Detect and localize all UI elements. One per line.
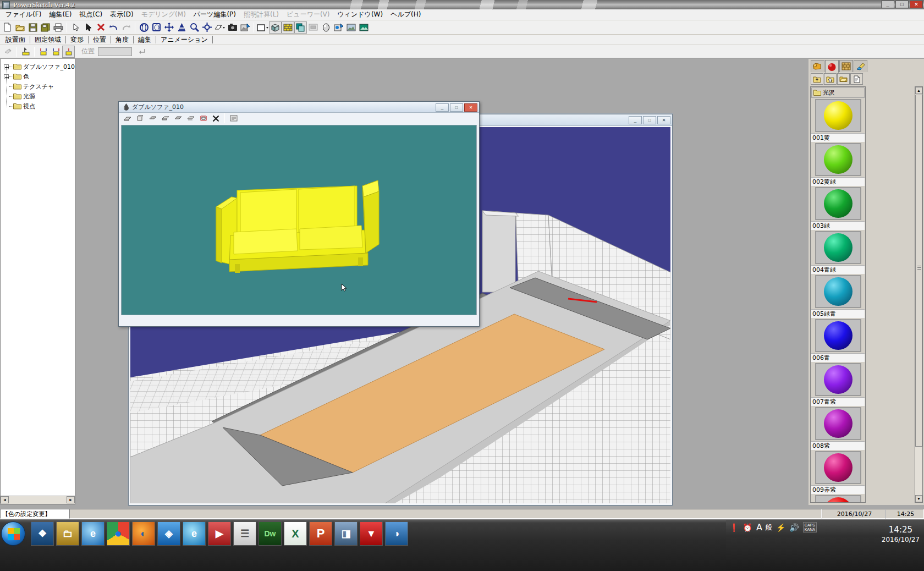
print-icon[interactable]	[52, 21, 64, 34]
tab-fixed-region[interactable]: 固定領域	[31, 35, 64, 45]
alert-icon[interactable]: ❗	[729, 523, 739, 532]
material-swatch-003[interactable]: 003緑	[811, 187, 865, 230]
delete-x-icon[interactable]	[95, 21, 107, 34]
tab-position[interactable]: 位置	[90, 35, 109, 45]
layers-icon[interactable]	[294, 21, 307, 34]
preview-image-icon[interactable]	[358, 21, 370, 34]
caps-kana-indicator[interactable]: CAPS KANA	[803, 522, 817, 532]
menu-parts-edit[interactable]: パーツ編集(P)	[190, 9, 240, 20]
scroll-left-icon[interactable]: ◄	[1, 496, 9, 503]
library-tab-parts[interactable]	[811, 60, 824, 72]
menu-window[interactable]: ウィンドウ(W)	[333, 9, 387, 20]
pick-arrow-icon[interactable]	[82, 21, 95, 34]
align-x-icon[interactable]	[37, 46, 50, 58]
properties-icon[interactable]	[227, 112, 240, 124]
ime-indicator[interactable]: A 般	[756, 522, 772, 532]
workspace-canvas[interactable]: _ □ ✕	[76, 59, 807, 505]
tree-item-light-source[interactable]: 光源	[1, 91, 75, 101]
material-swatch-004[interactable]: 004青緑	[811, 231, 865, 274]
library-tab-color[interactable]	[825, 60, 839, 73]
view-perspective-icon[interactable]	[197, 112, 210, 124]
part-3d-viewport[interactable]	[121, 125, 477, 315]
tree-item-viewpoint[interactable]: 視点	[1, 101, 75, 111]
sphere-light-icon[interactable]	[320, 21, 332, 34]
taskbar-ie-blue-icon[interactable]: e	[81, 521, 105, 546]
material-swatch-008[interactable]: 008紫	[811, 407, 865, 450]
view-back-icon[interactable]	[172, 112, 184, 124]
taskbar-firefox-icon[interactable]: ◐	[132, 521, 155, 546]
new-doc-icon[interactable]	[850, 73, 863, 85]
tab-transform[interactable]: 変形	[67, 35, 87, 45]
material-swatch-006[interactable]: 006青	[811, 319, 865, 362]
open-folder-icon[interactable]	[837, 73, 850, 85]
menu-display[interactable]: 表示(D)	[106, 9, 138, 20]
taskbar-excel-icon[interactable]: X	[284, 521, 307, 546]
select-arrow-icon[interactable]	[69, 21, 82, 34]
pan-view-icon[interactable]	[150, 21, 163, 34]
orbit-icon[interactable]	[138, 21, 150, 34]
taskbar-edge-icon[interactable]: e	[183, 521, 206, 546]
solid-cube-icon[interactable]	[269, 21, 282, 34]
taskbar-clock[interactable]: 14:25 2016/10/27	[882, 524, 920, 544]
tab-animation[interactable]: アニメーション	[157, 35, 211, 45]
tree-item-texture[interactable]: テクスチャ	[1, 81, 75, 91]
taskbar-dropbox-icon[interactable]: ◈	[157, 521, 180, 546]
material-swatch-002[interactable]: 002黄緑	[811, 143, 865, 186]
part-maximize-button[interactable]: □	[450, 103, 463, 112]
power-icon[interactable]: ⚡	[776, 523, 785, 532]
material-swatch-010[interactable]: 010赤	[811, 495, 865, 503]
menu-edit[interactable]: 編集(E)	[45, 9, 75, 20]
view-front-icon[interactable]	[134, 112, 146, 124]
view-top-icon[interactable]	[121, 112, 134, 124]
part-minimize-button[interactable]: _	[436, 103, 449, 112]
elevation-icon[interactable]	[175, 21, 188, 34]
view-right-icon[interactable]	[146, 112, 159, 124]
scroll-down-icon[interactable]: ▼	[915, 495, 922, 502]
library-tab-paint[interactable]	[854, 60, 867, 72]
home-icon[interactable]	[824, 73, 837, 85]
volume-icon[interactable]: 🔊	[789, 523, 799, 532]
taskbar-acrobat-icon[interactable]: ▼	[360, 521, 383, 546]
enter-arrow-icon[interactable]	[135, 46, 148, 58]
material-swatch-001[interactable]: 001黄	[811, 99, 865, 142]
taskbar-dreamweaver-icon[interactable]: Dw	[258, 521, 282, 546]
scroll-up-icon[interactable]: ▲	[915, 87, 922, 94]
tree-item-double-sofa[interactable]: ダブルソファ_010	[1, 62, 75, 72]
tree-item-color[interactable]: 色	[1, 72, 75, 81]
menu-file[interactable]: ファイル(F)	[2, 9, 45, 20]
up-folder-icon[interactable]	[811, 73, 823, 85]
room-minimize-button[interactable]: _	[629, 116, 642, 124]
menu-help[interactable]: ヘルプ(H)	[387, 9, 425, 20]
tab-placement-plane[interactable]: 設置面	[2, 35, 29, 45]
plane-dropdown-icon[interactable]	[213, 21, 226, 34]
position-input[interactable]	[98, 47, 132, 56]
maximize-button[interactable]: □	[895, 1, 909, 8]
move-icon[interactable]	[163, 21, 175, 34]
render-quality-icon[interactable]	[332, 21, 345, 34]
material-swatch-005[interactable]: 005緑青	[811, 275, 865, 318]
library-tab-texture[interactable]	[839, 60, 853, 72]
material-swatch-list[interactable]: 光沢 001黄 002黄緑 003緑	[810, 86, 866, 503]
tab-angle[interactable]: 角度	[112, 35, 132, 45]
rotate-view-icon[interactable]	[201, 21, 213, 34]
material-group-header[interactable]: 光沢	[811, 87, 865, 98]
save-all-icon[interactable]	[39, 21, 52, 34]
scroll-right-icon[interactable]: ►	[67, 496, 75, 503]
taskbar-windows-explorer-icon[interactable]: ❖	[31, 521, 54, 546]
taskbar-media-icon[interactable]: ▶	[208, 521, 231, 546]
minimize-button[interactable]: _	[881, 1, 894, 8]
view-left-icon[interactable]	[159, 112, 172, 124]
view-bottom-icon[interactable]	[184, 112, 197, 124]
part-preview-window[interactable]: ダブルソファ_010 _ □ ✕	[118, 101, 480, 327]
taskbar-powerpoint-icon[interactable]: P	[309, 521, 332, 546]
taskbar-notepad-icon[interactable]: ☰	[233, 521, 256, 546]
align-y-icon[interactable]	[50, 46, 62, 58]
place-on-floor-icon[interactable]	[19, 46, 32, 58]
close-button[interactable]: ✕	[910, 1, 923, 8]
start-orb-icon[interactable]	[1, 521, 25, 546]
undo-icon[interactable]	[107, 21, 120, 34]
tree-horizontal-scrollbar[interactable]: ◄ ►	[1, 496, 75, 504]
material-list-scrollbar[interactable]: ▲ ▼	[915, 86, 923, 503]
align-z-icon[interactable]	[62, 46, 75, 58]
scrollbar-thumb[interactable]	[915, 95, 922, 447]
